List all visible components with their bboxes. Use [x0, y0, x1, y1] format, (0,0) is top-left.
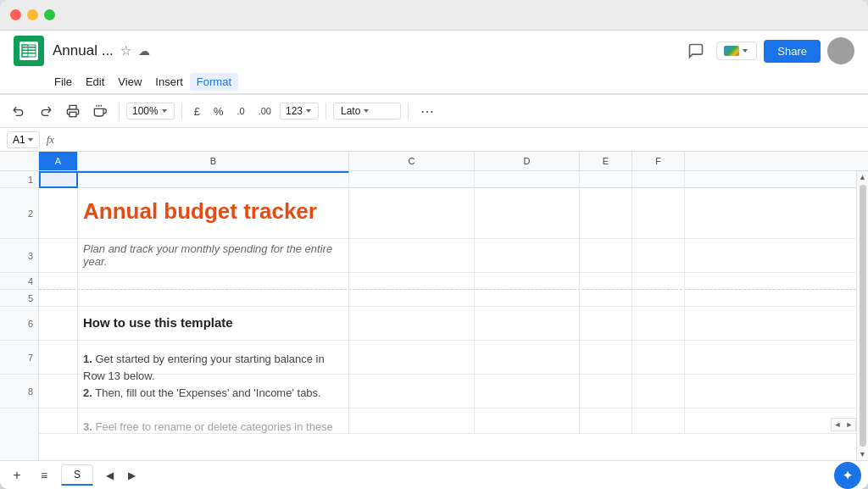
menu-format[interactable]: Format [190, 73, 238, 91]
cell-e1[interactable] [580, 171, 632, 188]
cell-a5[interactable] [39, 290, 78, 307]
cell-a4[interactable] [39, 273, 78, 290]
currency-button[interactable]: £ [189, 103, 205, 119]
cell-a3[interactable] [39, 239, 78, 273]
cell-c1[interactable] [349, 171, 475, 188]
scroll-up-arrow[interactable]: ▲ [857, 171, 869, 183]
cell-b7[interactable]: 1. Get started by entering your starting… [78, 341, 349, 375]
row-num-8[interactable]: 8 [0, 375, 38, 408]
paint-format-button[interactable] [88, 99, 112, 123]
cell-f4[interactable] [632, 273, 685, 290]
col-header-a[interactable]: A [39, 152, 78, 170]
decimal-inc-button[interactable]: .00 [253, 104, 276, 118]
cell-d6[interactable] [475, 307, 580, 341]
close-button[interactable] [10, 9, 21, 20]
cell-c5[interactable] [349, 290, 475, 307]
cell-d5[interactable] [475, 290, 580, 307]
cell-e8[interactable] [580, 375, 632, 408]
cell-c6[interactable] [349, 307, 475, 341]
cell-d3[interactable] [475, 239, 580, 273]
cell-f3[interactable] [632, 239, 685, 273]
col-header-e[interactable]: E [580, 152, 632, 170]
sheet-list-button[interactable]: ≡ [34, 465, 54, 486]
cell-a9[interactable] [39, 408, 78, 434]
cell-e3[interactable] [580, 239, 632, 273]
vertical-scrollbar[interactable]: ▲ ▼ [856, 171, 868, 460]
sheet-prev-button[interactable]: ◀ [100, 466, 119, 485]
print-button[interactable] [61, 99, 85, 123]
cell-d4[interactable] [475, 273, 580, 290]
row-num-3[interactable]: 3 [0, 239, 38, 273]
cell-c9[interactable] [349, 408, 475, 434]
share-button[interactable]: Share [764, 40, 821, 63]
cell-e4[interactable] [580, 273, 632, 290]
cell-d7[interactable] [475, 341, 580, 375]
cell-f5[interactable] [632, 290, 685, 307]
cell-d8[interactable] [475, 375, 580, 408]
col-header-f[interactable]: F [632, 152, 685, 170]
cell-e9[interactable] [580, 408, 632, 434]
sheet-tab-summary[interactable]: S [61, 464, 93, 486]
cell-e2[interactable] [580, 188, 632, 239]
cell-e6[interactable] [580, 307, 632, 341]
cell-f8[interactable] [632, 375, 685, 408]
cell-f2[interactable] [632, 188, 685, 239]
cell-b8[interactable]: 2. Then, fill out the 'Expenses' and 'In… [78, 375, 349, 408]
cell-b3[interactable]: Plan and track your monthly spending for… [78, 239, 349, 273]
cell-f9[interactable] [632, 408, 685, 434]
cell-d9[interactable] [475, 408, 580, 434]
avatar[interactable] [827, 37, 854, 64]
cell-a1[interactable] [39, 171, 78, 188]
meet-icon[interactable] [716, 42, 757, 60]
percent-button[interactable]: % [209, 103, 229, 119]
scroll-down-arrow[interactable]: ▼ [857, 448, 869, 460]
cell-f6[interactable] [632, 307, 685, 341]
cell-a7[interactable] [39, 341, 78, 375]
star-icon[interactable]: ☆ [120, 43, 131, 58]
scroll-left-arrow[interactable]: ◄ [832, 419, 843, 431]
row-num-6[interactable]: 6 [0, 307, 38, 341]
redo-button[interactable] [34, 99, 58, 123]
col-header-b[interactable]: B [78, 152, 349, 170]
comment-icon[interactable] [682, 37, 709, 64]
cell-b2[interactable]: Annual budget tracker [78, 188, 349, 239]
row-num-2[interactable]: 2 [0, 188, 38, 239]
cell-c3[interactable] [349, 239, 475, 273]
zoom-selector[interactable]: 100% [126, 103, 175, 119]
number-format-selector[interactable]: 123 [280, 103, 319, 119]
cell-b5[interactable] [78, 290, 349, 307]
explore-button[interactable]: ✦ [834, 462, 861, 489]
menu-view[interactable]: View [111, 73, 148, 91]
maximize-button[interactable] [44, 9, 55, 20]
cell-reference-box[interactable]: A1 [7, 131, 40, 148]
font-selector[interactable]: Lato [333, 103, 401, 119]
cell-c4[interactable] [349, 273, 475, 290]
cell-b6[interactable]: How to use this template [78, 307, 349, 341]
scroll-right-arrow[interactable]: ► [843, 419, 855, 431]
cell-b1[interactable] [78, 171, 349, 188]
sheet-next-button[interactable]: ▶ [122, 466, 141, 485]
undo-button[interactable] [7, 99, 31, 123]
more-options-button[interactable]: ⋯ [415, 99, 439, 123]
cell-c7[interactable] [349, 341, 475, 375]
scroll-thumb[interactable] [860, 185, 866, 447]
cell-b9[interactable]: 3. Feel free to rename or delete categor… [78, 408, 349, 434]
cell-a2[interactable] [39, 188, 78, 239]
cell-e5[interactable] [580, 290, 632, 307]
menu-edit[interactable]: Edit [79, 73, 111, 91]
cell-c2[interactable] [349, 188, 475, 239]
cell-a6[interactable] [39, 307, 78, 341]
cell-d2[interactable] [475, 188, 580, 239]
cell-d1[interactable] [475, 171, 580, 188]
cell-f7[interactable] [632, 341, 685, 375]
minimize-button[interactable] [27, 9, 38, 20]
menu-file[interactable]: File [47, 73, 79, 91]
cell-f1[interactable] [632, 171, 685, 188]
cell-b4[interactable] [78, 273, 349, 290]
row-num-5[interactable]: 5 [0, 290, 38, 307]
cell-a8[interactable] [39, 375, 78, 408]
row-num-7[interactable]: 7 [0, 341, 38, 375]
col-header-c[interactable]: C [349, 152, 475, 170]
menu-insert[interactable]: Insert [148, 73, 190, 91]
formula-input[interactable] [61, 133, 861, 146]
